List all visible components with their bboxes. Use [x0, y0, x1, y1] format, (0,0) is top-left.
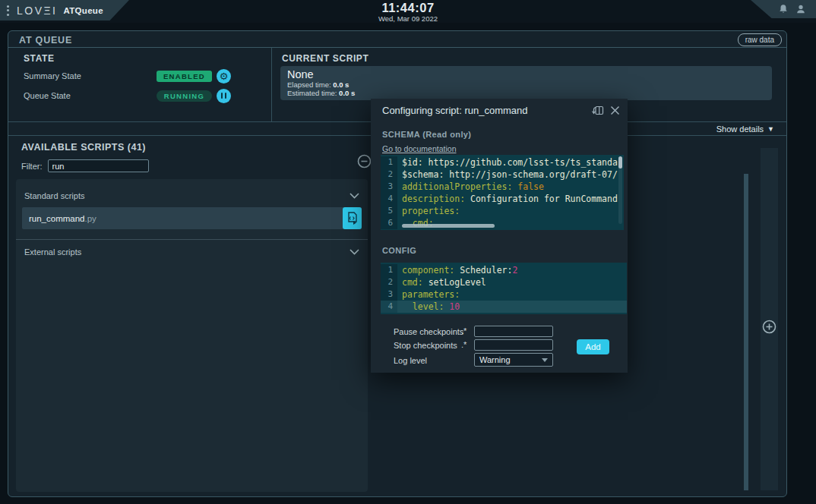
scripts-list: Standard scripts run_command.py External	[16, 179, 368, 492]
state-column: STATE Summary State ENABLED ⚙ Queue Stat…	[8, 48, 272, 121]
stop-pattern: .*	[461, 340, 467, 349]
group-standard-scripts[interactable]: Standard scripts	[16, 185, 368, 206]
horizontal-scrollbar[interactable]	[402, 224, 495, 228]
current-script-card: None Elapsed time: 0.0 s Estimated time:…	[280, 66, 772, 100]
code-line: 3parameters:	[381, 288, 627, 301]
add-button[interactable]: Add	[577, 339, 609, 354]
configure-script-modal: Configuring script: run_command SCHEMA (…	[371, 99, 628, 373]
chevron-down-icon	[349, 249, 359, 255]
love-logo: LOVΞI	[17, 5, 58, 17]
user-tab	[751, 0, 816, 18]
summary-state-label: Summary State	[24, 71, 81, 80]
code-line: 4 level: 10	[381, 301, 627, 313]
pause-queue-button[interactable]	[217, 89, 231, 103]
show-details-label[interactable]: Show details	[716, 124, 764, 134]
log-level-value: Warning	[479, 355, 542, 364]
detach-window-icon[interactable]	[591, 105, 604, 116]
close-icon[interactable]	[610, 106, 620, 115]
pause-pattern: .*	[461, 326, 467, 335]
filter-input[interactable]	[48, 159, 149, 172]
estimated-time: Estimated time: 0.0 s	[287, 89, 765, 97]
group-external-scripts[interactable]: External scripts	[16, 241, 368, 263]
filter-label: Filter:	[21, 162, 43, 171]
bell-icon[interactable]	[778, 4, 789, 14]
vertical-scrollbar[interactable]	[744, 174, 748, 490]
pause-checkpoints-input[interactable]	[474, 326, 553, 337]
code-line: 1component: Scheduler:2	[381, 264, 627, 276]
script-name: run_command	[22, 214, 85, 223]
group-divider	[16, 239, 368, 240]
summary-state-badge: ENABLED	[157, 71, 212, 82]
code-line: 5properties:	[381, 205, 624, 217]
group-label: Standard scripts	[24, 191, 84, 200]
log-level-label: Log level	[394, 356, 427, 365]
chevron-down-icon	[349, 193, 359, 199]
raw-data-button[interactable]: raw data	[738, 33, 782, 46]
launch-script-icon	[347, 212, 358, 225]
app-tab: LOVΞI ATQueue	[0, 0, 129, 20]
code-line: 4description: Configuration for RunComma…	[381, 193, 624, 205]
pause-checkpoints-row: Pause checkpoints	[394, 326, 463, 337]
state-title: STATE	[24, 53, 55, 64]
code-line: 2cmd: setLogLevel	[381, 276, 627, 288]
log-level-select[interactable]: Warning	[474, 353, 553, 367]
stop-checkpoints-label: Stop checkpoints	[394, 341, 457, 350]
code-line: 2$schema: http://json-schema.org/draft-0…	[381, 169, 624, 181]
current-script-name: None	[287, 68, 765, 80]
log-level-row: Log level	[394, 354, 427, 366]
gear-icon: ⚙	[220, 71, 229, 81]
show-details-caret-icon: ▼	[767, 125, 774, 133]
circle-minus-icon[interactable]	[357, 154, 372, 169]
code-line: 3additionalProperties: false	[381, 181, 624, 193]
circle-plus-icon[interactable]	[762, 320, 776, 334]
modal-title: Configuring script: run_command	[382, 105, 585, 116]
filter-row: Filter:	[21, 159, 149, 172]
pause-icon	[221, 93, 227, 99]
schema-editor[interactable]: 1$id: https://github.com/lsst-ts/ts_stan…	[381, 155, 624, 230]
queue-state-row: Queue State RUNNING	[24, 89, 267, 102]
vertical-scrollthumb[interactable]	[618, 156, 622, 169]
pause-checkpoints-label: Pause checkpoints	[394, 327, 463, 336]
summary-state-settings-button[interactable]: ⚙	[217, 69, 231, 83]
clock-date: Wed, Mar 09 2022	[0, 14, 816, 23]
queue-state-label: Queue State	[24, 91, 71, 100]
top-bar: LOVΞI ATQueue 11:44:07 Wed, Mar 09 2022	[0, 0, 816, 23]
panel-title: AT QUEUE	[19, 35, 72, 46]
config-editor[interactable]: 1component: Scheduler:22cmd: setLogLevel…	[381, 263, 627, 314]
select-caret-icon	[542, 358, 548, 362]
app-name: ATQueue	[64, 6, 103, 15]
available-scripts-title: AVAILABLE SCRIPTS (41)	[21, 142, 146, 153]
kebab-menu-icon[interactable]	[7, 5, 9, 16]
summary-state-row: Summary State ENABLED ⚙	[24, 69, 267, 83]
launch-script-button[interactable]	[343, 207, 362, 229]
queue-state-badge: RUNNING	[157, 90, 212, 102]
vertical-scrolltrack[interactable]	[618, 156, 622, 224]
stop-checkpoints-input[interactable]	[474, 339, 553, 351]
code-line: 1$id: https://github.com/lsst-ts/ts_stan…	[381, 156, 624, 169]
script-row-run-command[interactable]: run_command.py	[22, 207, 362, 229]
schema-section-label: SCHEMA (Read only)	[382, 130, 471, 139]
stop-checkpoints-row: Stop checkpoints	[394, 339, 457, 351]
modal-header: Configuring script: run_command	[382, 105, 620, 116]
script-extension: .py	[85, 214, 96, 223]
panel-header: AT QUEUE raw data	[8, 31, 786, 48]
user-icon[interactable]	[795, 4, 806, 14]
documentation-link[interactable]: Go to documentation	[382, 144, 456, 153]
group-label: External scripts	[24, 247, 81, 257]
elapsed-time: Elapsed time: 0.0 s	[287, 80, 765, 89]
config-section-label: CONFIG	[382, 246, 416, 255]
current-script-title: CURRENT SCRIPT	[282, 53, 368, 64]
